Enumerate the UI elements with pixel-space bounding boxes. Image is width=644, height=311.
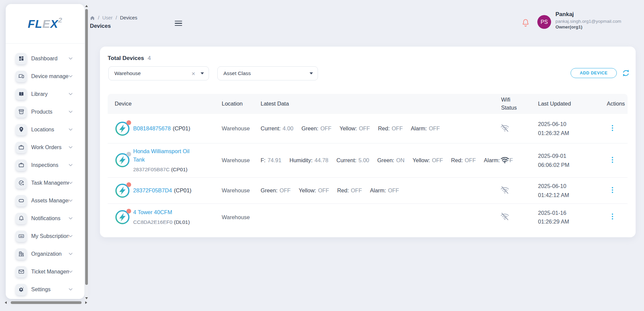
sidebar-item-label: Locations bbox=[31, 127, 54, 133]
bell-outline-icon bbox=[15, 213, 27, 224]
row-actions-menu-icon[interactable] bbox=[609, 186, 616, 194]
horizontal-scrollbar-thumb[interactable] bbox=[11, 301, 82, 304]
chevron-down-icon bbox=[69, 93, 72, 95]
home-icon[interactable] bbox=[90, 15, 95, 20]
sidebar-item-products[interactable]: Products bbox=[6, 103, 85, 121]
sidebar-item-label: Ticket Management bbox=[31, 269, 69, 275]
row-actions-menu-icon[interactable] bbox=[609, 124, 616, 132]
logo-sup: 2 bbox=[58, 16, 63, 24]
sidebar-item-organization[interactable]: Organization bbox=[6, 245, 85, 263]
chevron-down-icon bbox=[69, 199, 72, 202]
breadcrumb-separator: / bbox=[116, 15, 117, 20]
filter-selected-value: Warehouse bbox=[114, 70, 192, 76]
sidebar-item-label: My Subscription bbox=[31, 233, 69, 239]
sidebar-item-label: Products bbox=[31, 109, 52, 115]
divider bbox=[6, 43, 85, 44]
sidebar-item-locations[interactable]: Locations bbox=[6, 121, 85, 138]
breadcrumb-item-user[interactable]: User bbox=[102, 15, 113, 20]
latest-data: Green:OFFYellow:OFFRed:OFFAlarm:OFF bbox=[261, 185, 499, 196]
sidebar-item-task-management[interactable]: Task Management bbox=[6, 174, 85, 192]
user-role: Owner(org1) bbox=[555, 24, 621, 29]
subscription-card-icon: 100 bbox=[15, 231, 27, 242]
device-id: 28372F05B87C (CP01) bbox=[133, 166, 202, 174]
products-icon bbox=[15, 106, 27, 118]
table-row: B08184875678(CP01) Warehouse Current:4.0… bbox=[108, 114, 628, 143]
device-location: Warehouse bbox=[222, 125, 250, 131]
table-body: B08184875678(CP01) Warehouse Current:4.0… bbox=[108, 114, 628, 231]
menu-toggle-icon[interactable] bbox=[175, 21, 182, 26]
device-logo-icon bbox=[115, 209, 130, 225]
device-name-link[interactable]: B08184875678 bbox=[133, 125, 171, 131]
devices-icon bbox=[15, 71, 27, 82]
svg-text:100: 100 bbox=[20, 235, 23, 237]
filter-select-asset-class[interactable]: Asset Class bbox=[217, 66, 318, 80]
device-code: (CP01) bbox=[173, 125, 190, 131]
wifi-off-icon bbox=[500, 190, 509, 196]
caret-down-icon[interactable] bbox=[201, 72, 204, 74]
row-actions-menu-icon[interactable] bbox=[609, 213, 616, 220]
location-pin-icon bbox=[15, 124, 27, 135]
chevron-down-icon bbox=[69, 164, 72, 166]
filter-select-warehouse[interactable]: Warehouse × bbox=[108, 66, 209, 80]
latest-data-pair: Green:OFF bbox=[302, 125, 331, 131]
device-name-link[interactable]: 4 Tower 40CFM bbox=[133, 209, 172, 215]
chevron-down-icon bbox=[69, 288, 72, 291]
chevron-down-icon bbox=[69, 235, 72, 237]
latest-data-pair: Current:4.00 bbox=[261, 125, 293, 131]
scroll-up-arrow-icon[interactable] bbox=[85, 5, 88, 7]
notifications-bell-icon[interactable] bbox=[522, 18, 530, 28]
sidebar-item-work-orders[interactable]: Work Orders bbox=[6, 138, 85, 156]
sidebar-item-device-management[interactable]: Device management bbox=[6, 67, 85, 85]
scroll-left-arrow-icon[interactable] bbox=[5, 301, 7, 304]
device-cell: 4 Tower 40CFM CC8DA2E16EF0 (DL01) bbox=[108, 208, 220, 226]
chevron-down-icon bbox=[69, 128, 72, 131]
clear-icon[interactable]: × bbox=[192, 70, 195, 77]
sidebar-item-inspections[interactable]: Inspections bbox=[6, 156, 85, 174]
briefcase-icon bbox=[15, 142, 27, 153]
device-name-link[interactable]: Honda Williamsport Oil Tank bbox=[133, 148, 190, 163]
row-actions-menu-icon[interactable] bbox=[609, 156, 616, 164]
device-name-link[interactable]: 28372F05B7D4 bbox=[133, 187, 172, 193]
sidebar-item-label: Organization bbox=[31, 251, 62, 257]
sidebar-item-library[interactable]: Library bbox=[6, 85, 85, 103]
device-location: Warehouse bbox=[222, 187, 250, 193]
chevron-down-icon bbox=[69, 270, 72, 273]
sidebar-item-notifications[interactable]: Notifications bbox=[6, 209, 85, 227]
sidebar-item-label: Dashboard bbox=[31, 56, 57, 62]
sidebar-item-label: Settings bbox=[31, 287, 51, 293]
column-header-wifi-status: Wifi Status bbox=[499, 96, 536, 112]
column-header-latest-data: Latest Data bbox=[259, 100, 499, 108]
table-row: 28372F05B7D4(CP01) Warehouse Green:OFFYe… bbox=[108, 178, 628, 204]
caret-down-icon[interactable] bbox=[310, 72, 313, 74]
latest-data-pair: Alarm:OFF bbox=[370, 187, 399, 193]
vertical-scrollbar-thumb[interactable] bbox=[85, 9, 88, 285]
sidebar-nav: Dashboard Device management Library Prod… bbox=[6, 50, 85, 298]
sidebar-item-settings[interactable]: Settings bbox=[6, 281, 85, 298]
breadcrumb: / User / Devices bbox=[90, 15, 137, 20]
sidebar-item-my-subscription[interactable]: 100 My Subscription bbox=[6, 227, 85, 245]
latest-data: Current:4.00Green:OFFYellow:OFFRed:OFFAl… bbox=[261, 123, 499, 134]
briefcase-icon bbox=[15, 160, 27, 171]
refresh-icon[interactable] bbox=[622, 69, 630, 77]
sidebar-item-ticket-management[interactable]: Ticket Management bbox=[6, 263, 85, 281]
flex-logo[interactable]: FLEX2 bbox=[6, 17, 85, 30]
sidebar-item-label: Assets Management bbox=[31, 198, 69, 204]
total-devices-label: Total Devices bbox=[108, 55, 144, 62]
sidebar-vertical-scrollbar[interactable] bbox=[85, 4, 88, 300]
sidebar-horizontal-scrollbar[interactable] bbox=[5, 301, 87, 304]
scroll-right-arrow-icon[interactable] bbox=[85, 301, 87, 304]
user-name: Pankaj bbox=[555, 11, 621, 18]
sidebar-item-assets-management[interactable]: Assets Management bbox=[6, 192, 85, 209]
table-header: Device Location Latest Data Wifi Status … bbox=[108, 94, 628, 114]
device-code: (CP01) bbox=[174, 187, 192, 193]
avatar[interactable]: PS bbox=[537, 15, 551, 29]
sidebar-item-dashboard[interactable]: Dashboard bbox=[6, 50, 85, 67]
latest-data-pair: Green:ON bbox=[377, 157, 405, 163]
device-cell: 28372F05B7D4(CP01) bbox=[108, 183, 220, 198]
status-badge bbox=[126, 182, 131, 187]
add-device-button[interactable]: ADD DEVICE bbox=[571, 68, 617, 78]
device-location: Warehouse bbox=[222, 157, 250, 163]
scroll-down-arrow-icon[interactable] bbox=[85, 297, 88, 299]
status-badge bbox=[126, 209, 131, 213]
last-updated-value: 2025-01-16 01:26:29 AM bbox=[536, 208, 604, 226]
